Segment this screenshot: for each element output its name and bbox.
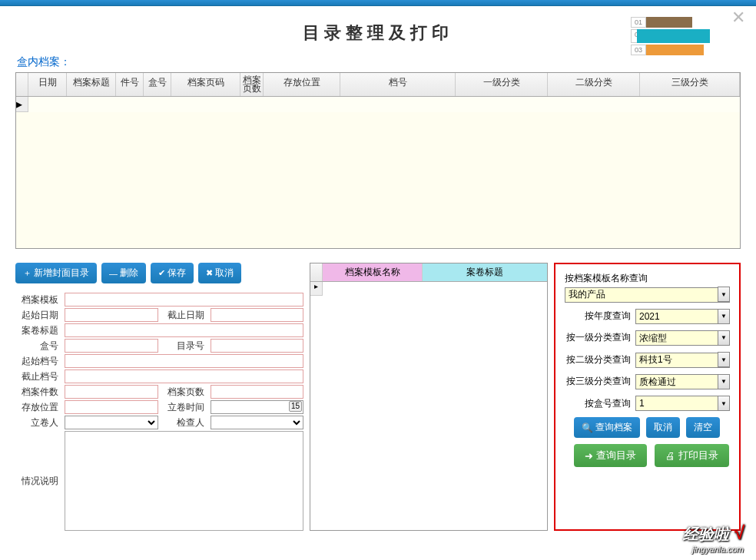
label-box-no: 盒号 bbox=[15, 340, 61, 353]
header: 目录整理及打印 01 02 03 bbox=[0, 6, 756, 52]
query-cancel-button[interactable]: 取消 bbox=[646, 417, 680, 438]
label-start-file: 起始档号 bbox=[15, 355, 61, 368]
chevron-down-icon[interactable]: ▼ bbox=[718, 374, 730, 389]
label-catalog-no: 目录号 bbox=[161, 340, 207, 353]
label-start-date: 起始日期 bbox=[15, 309, 61, 322]
input-location[interactable] bbox=[65, 400, 158, 414]
search-icon: 🔍 bbox=[582, 422, 593, 433]
label-template: 档案模板 bbox=[15, 293, 61, 307]
label-file-count: 档案件数 bbox=[15, 386, 61, 399]
col-l2: 二级分类 bbox=[548, 73, 640, 96]
printer-icon: 🖨 bbox=[665, 450, 675, 462]
save-button[interactable]: ✔保存 bbox=[151, 263, 194, 283]
label-query-year: 按年度查询 bbox=[565, 310, 631, 323]
label-query-l3: 按三级分类查询 bbox=[565, 375, 631, 388]
label-check-person: 检查人 bbox=[161, 416, 207, 429]
check-icon: ✔ bbox=[158, 268, 165, 278]
add-cover-button[interactable]: ＋新增封面目录 bbox=[15, 263, 97, 283]
calendar-icon[interactable]: 15 bbox=[289, 401, 302, 412]
check-mark-icon: √ bbox=[734, 522, 744, 543]
form-panel: ＋新增封面目录 —删除 ✔保存 ✖取消 档案模板 起始日期 截止日期 案卷标题 … bbox=[15, 263, 303, 531]
archive-grid[interactable]: 日期 档案标题 件号 盒号 档案页码 档案页数 存放位置 档号 一级分类 二级分… bbox=[15, 72, 741, 249]
input-title[interactable] bbox=[65, 323, 303, 337]
col-l3: 三级分类 bbox=[640, 73, 740, 96]
decorative-badges: 01 02 03 bbox=[631, 17, 710, 57]
chevron-down-icon[interactable]: ▼ bbox=[718, 396, 730, 411]
grid-header-row: 日期 档案标题 件号 盒号 档案页码 档案页数 存放位置 档号 一级分类 二级分… bbox=[16, 73, 740, 97]
label-query-box: 按盒号查询 bbox=[565, 397, 631, 410]
mid-col-template-name: 档案模板名称 bbox=[323, 263, 423, 281]
col-box-no: 盒号 bbox=[144, 73, 171, 96]
row-indicator: ▸ bbox=[16, 97, 28, 112]
plus-icon: ＋ bbox=[23, 267, 32, 279]
input-end-file[interactable] bbox=[65, 369, 303, 383]
delete-button[interactable]: —删除 bbox=[101, 263, 146, 283]
label-roll-person: 立卷人 bbox=[15, 416, 61, 429]
x-icon: ✖ bbox=[206, 268, 213, 278]
input-file-count[interactable] bbox=[65, 385, 158, 399]
input-query-l3[interactable] bbox=[635, 374, 730, 389]
label-page-count: 档案页数 bbox=[161, 386, 207, 399]
clear-button[interactable]: 清空 bbox=[686, 417, 720, 438]
chevron-down-icon[interactable]: ▼ bbox=[718, 330, 730, 346]
col-item-no: 件号 bbox=[116, 73, 144, 96]
cancel-button[interactable]: ✖取消 bbox=[198, 263, 241, 283]
minus-icon: — bbox=[109, 269, 118, 278]
print-directory-button[interactable]: 🖨打印目录 bbox=[655, 444, 729, 467]
input-catalog-no[interactable] bbox=[211, 339, 304, 353]
chevron-down-icon[interactable]: ▼ bbox=[718, 352, 730, 367]
label-title: 案卷标题 bbox=[15, 324, 61, 337]
arrow-right-icon: ➜ bbox=[585, 450, 593, 462]
col-l1: 一级分类 bbox=[456, 73, 548, 96]
input-query-l2[interactable] bbox=[635, 353, 730, 368]
col-page-count: 档案页数 bbox=[240, 73, 264, 96]
section-label: 盒内档案： bbox=[17, 55, 756, 69]
input-box-no[interactable] bbox=[65, 339, 158, 353]
label-roll-time: 立卷时间 bbox=[161, 401, 207, 414]
label-query-l2: 按二级分类查询 bbox=[565, 353, 631, 366]
watermark: 经验啦 √ jingyanla.com bbox=[683, 522, 744, 554]
col-title: 档案标题 bbox=[67, 73, 116, 96]
query-directory-button[interactable]: ➜查询目录 bbox=[574, 444, 647, 467]
input-start-file[interactable] bbox=[65, 354, 303, 368]
col-file-no: 档号 bbox=[340, 73, 456, 96]
input-query-l1[interactable] bbox=[635, 330, 730, 346]
label-location: 存放位置 bbox=[15, 401, 61, 414]
label-remark: 情况说明 bbox=[15, 475, 61, 488]
template-grid[interactable]: 档案模板名称 案卷标题 ▸ bbox=[310, 263, 548, 531]
input-query-year[interactable] bbox=[635, 309, 730, 324]
label-end-date: 截止日期 bbox=[161, 309, 207, 322]
input-end-date[interactable] bbox=[211, 308, 304, 322]
label-end-file: 截止档号 bbox=[15, 370, 61, 383]
input-template[interactable] bbox=[65, 293, 303, 307]
search-archive-button[interactable]: 🔍查询档案 bbox=[574, 417, 640, 438]
label-query-template: 按档案模板名称查询 bbox=[565, 272, 730, 285]
label-query-l1: 按一级分类查询 bbox=[565, 331, 631, 344]
input-page-count[interactable] bbox=[211, 385, 304, 399]
select-roll-person[interactable] bbox=[65, 416, 158, 429]
col-location: 存放位置 bbox=[264, 73, 340, 96]
mid-row-indicator: ▸ bbox=[310, 282, 323, 296]
input-query-template[interactable] bbox=[565, 287, 730, 303]
select-check-person[interactable] bbox=[211, 416, 304, 429]
query-panel: 按档案模板名称查询 ▼ 按年度查询 ▼ 按一级分类查询 ▼ 按二级分类查询 bbox=[554, 263, 741, 531]
mid-col-title: 案卷标题 bbox=[423, 263, 547, 281]
chevron-down-icon[interactable]: ▼ bbox=[718, 309, 730, 324]
col-date: 日期 bbox=[28, 73, 67, 96]
chevron-down-icon[interactable]: ▼ bbox=[718, 287, 730, 302]
input-query-box[interactable] bbox=[635, 396, 730, 411]
title-bar bbox=[0, 0, 756, 6]
textarea-remark[interactable] bbox=[65, 431, 303, 531]
toolbar: ＋新增封面目录 —删除 ✔保存 ✖取消 bbox=[15, 263, 303, 283]
input-start-date[interactable] bbox=[65, 308, 158, 322]
col-page-code: 档案页码 bbox=[171, 73, 240, 96]
